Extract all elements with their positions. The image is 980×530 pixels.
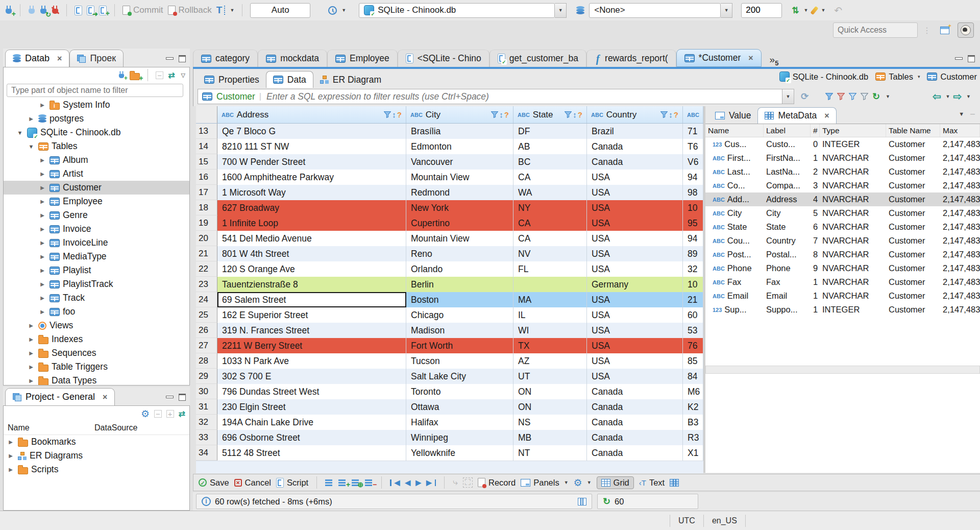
settings-gear-icon[interactable]: ⚙ — [141, 408, 150, 420]
metadata-cell[interactable]: Customer — [886, 248, 940, 261]
record-button[interactable]: Record — [478, 478, 516, 488]
row-number-cell[interactable]: 27 — [196, 338, 217, 353]
save-button[interactable]: ✓ Save — [199, 478, 229, 488]
tree-expanded-icon[interactable]: ▼ — [16, 130, 24, 136]
metadata-name-cell[interactable]: 123Cus... — [705, 137, 764, 151]
tree-item-sqlitechinookdb[interactable]: ▼✓SQLite - Chinook.db — [4, 126, 189, 139]
grid-cell[interactable]: New York — [406, 200, 513, 215]
sort-icon[interactable]: ↕ — [499, 110, 503, 119]
schema-selector[interactable]: <None> ▼ — [589, 3, 732, 18]
metadata-cell[interactable]: 1 — [811, 151, 820, 165]
grid-cell[interactable]: IL — [513, 307, 587, 323]
filter-funnel-icon[interactable] — [660, 111, 668, 118]
sql-editor-icon[interactable] — [75, 6, 82, 15]
tab-metadata[interactable]: MetaData × — [757, 107, 836, 124]
tree-collapsed-icon[interactable]: ▶ — [7, 453, 15, 459]
close-icon[interactable]: × — [824, 111, 829, 121]
metadata-name-cell[interactable]: ABCFirst... — [705, 151, 764, 165]
tree-collapsed-icon[interactable]: ▶ — [38, 157, 46, 163]
grid-cell[interactable]: MA — [513, 292, 587, 307]
text-mode-button[interactable]: ‹T Text — [639, 478, 665, 488]
column-header-postalcode-clipped[interactable]: ABC — [683, 106, 703, 123]
grid-cell[interactable]: 60 — [683, 307, 703, 323]
first-row-button[interactable]: ◀ — [390, 478, 400, 487]
row-number-cell[interactable]: 18 — [196, 200, 217, 215]
commit-mode-combo[interactable]: Auto — [250, 3, 310, 18]
metadata-cell[interactable]: NVARCHAR — [820, 275, 886, 289]
cancel-button[interactable]: ✕ Cancel — [234, 478, 271, 488]
maximize-view-icon[interactable] — [179, 55, 186, 62]
duplicate-row-icon[interactable]: ⊕ — [352, 479, 360, 486]
tree-item-invoiceline[interactable]: ▶InvoiceLine — [4, 236, 189, 250]
close-icon[interactable]: × — [748, 54, 753, 63]
grid-cell[interactable]: Canada — [587, 384, 683, 399]
metadata-cell[interactable]: Suppo... — [764, 303, 811, 317]
view-menu-icon[interactable]: ▽ — [181, 72, 185, 79]
row-number-cell[interactable]: 25 — [196, 307, 217, 323]
grid-cell[interactable]: 21 — [683, 292, 703, 307]
metadata-cell[interactable]: NVARCHAR — [820, 179, 886, 192]
metadata-cell[interactable]: NVARCHAR — [820, 248, 886, 261]
grid-cell[interactable]: R3 — [683, 430, 703, 445]
auto-refresh-box[interactable]: ↻ 60 — [597, 494, 698, 509]
grid-cell[interactable]: Mountain View — [406, 170, 513, 185]
metadata-column-header-type[interactable]: Type — [820, 124, 886, 137]
metadata-name-cell[interactable]: ABCLast... — [705, 165, 764, 179]
maximize-editor-icon[interactable] — [968, 55, 975, 62]
grid-cell[interactable]: Fort Worth — [406, 338, 513, 353]
tree-collapsed-icon[interactable]: ▶ — [27, 116, 35, 122]
tree-expanded-icon[interactable]: ▼ — [27, 143, 35, 150]
grid-cell[interactable]: Boston — [406, 292, 513, 307]
last-row-button[interactable]: ▶ — [426, 478, 436, 487]
editor-tab-getcustomerba[interactable]: ✓get_customer_ba — [489, 50, 586, 67]
metadata-column-header-max[interactable]: Max — [940, 124, 980, 137]
row-number-cell[interactable]: 34 — [196, 445, 217, 461]
sort-hint-icon[interactable]: ? — [504, 110, 509, 119]
tree-item-foo[interactable]: ▶foo — [4, 305, 189, 319]
metadata-name-cell[interactable]: ABCEmail — [705, 289, 764, 303]
metadata-cell[interactable]: NVARCHAR — [820, 165, 886, 179]
grid-cell[interactable]: Halifax — [406, 415, 513, 430]
quick-access-input[interactable] — [833, 22, 918, 38]
tree-item-playlisttrack[interactable]: ▶PlaylistTrack — [4, 277, 189, 291]
tab-data[interactable]: Data — [266, 71, 313, 88]
tree-item-customer[interactable]: ▶Customer — [4, 181, 189, 195]
tree-item-artist[interactable]: ▶Artist — [4, 167, 189, 181]
grid-cell[interactable]: NY — [513, 200, 587, 215]
metadata-cell[interactable]: Postal... — [764, 248, 811, 261]
grid-cell[interactable]: Reno — [406, 246, 513, 261]
close-icon[interactable]: × — [57, 54, 62, 63]
filter-expression-input[interactable] — [265, 91, 778, 103]
link-editor-icon[interactable]: ⇄ — [179, 409, 185, 419]
connect-icon[interactable] — [28, 6, 35, 15]
script-button[interactable]: Script — [276, 478, 308, 488]
tree-collapsed-icon[interactable]: ▶ — [38, 102, 46, 108]
result-settings-button[interactable]: ⚙▼ — [574, 477, 592, 489]
collapse-all-icon[interactable]: − — [156, 71, 163, 79]
grid-cell[interactable]: WA — [513, 185, 587, 200]
metadata-cell[interactable]: Email — [764, 289, 811, 303]
grid-cell[interactable]: Winnipeg — [406, 430, 513, 445]
grid-cell[interactable]: Canada — [587, 399, 683, 415]
tree-collapsed-icon[interactable]: ▶ — [7, 439, 15, 445]
metadata-cell[interactable]: 2,147,483 — [940, 137, 980, 151]
metadata-cell[interactable]: Customer — [886, 206, 940, 220]
rollback-button[interactable]: Rollback — [168, 5, 212, 15]
project-item-bookmarks[interactable]: ▶Bookmarks — [4, 435, 189, 449]
next-row-button[interactable]: ▶ — [415, 478, 421, 487]
grid-cell[interactable]: USA — [587, 170, 683, 185]
grid-cell[interactable]: 627 Broadway — [217, 200, 406, 215]
metadata-cell[interactable]: NVARCHAR — [820, 206, 886, 220]
metadata-cell[interactable]: 2,147,483 — [940, 248, 980, 261]
metadata-cell[interactable]: Customer — [886, 137, 940, 151]
tree-item-views[interactable]: ▶Views — [4, 319, 189, 332]
metadata-row[interactable]: ABCFirst...FirstNa...1NVARCHARCustomer2,… — [705, 151, 980, 165]
disconnect-icon[interactable] — [52, 6, 59, 15]
grid-cell[interactable]: BC — [513, 154, 587, 170]
row-number-cell[interactable]: 21 — [196, 246, 217, 261]
metadata-cell[interactable]: Custo... — [764, 137, 811, 151]
metadata-name-cell[interactable]: ABCCo... — [705, 179, 764, 192]
metadata-name-cell[interactable]: 123Sup... — [705, 303, 764, 317]
row-number-cell[interactable]: 14 — [196, 139, 217, 154]
metadata-cell[interactable]: Customer — [886, 192, 940, 206]
